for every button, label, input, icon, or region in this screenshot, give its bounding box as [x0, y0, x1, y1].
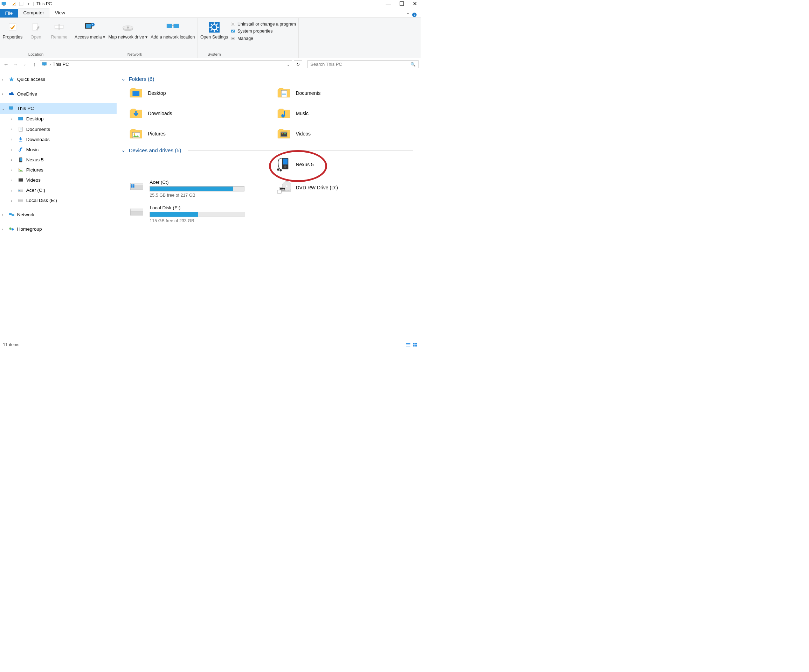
svg-point-80 — [277, 168, 279, 171]
breadcrumb[interactable]: This PC — [52, 62, 69, 67]
svg-rect-1 — [3, 5, 5, 6]
add-network-location-button[interactable]: Add a network location — [151, 19, 195, 51]
window-controls: — ☐ ✕ — [386, 1, 420, 7]
network-icon — [8, 211, 15, 218]
open-settings-button[interactable]: Open Settings — [200, 19, 228, 51]
tab-computer[interactable]: Computer — [18, 8, 49, 17]
drive-acer-c[interactable]: Acer (C:) 25.5 GB free of 217 GB — [129, 179, 265, 198]
tree-this-pc[interactable]: ⌄ This PC — [0, 103, 117, 114]
svg-rect-63 — [133, 91, 139, 97]
folder-desktop[interactable]: Desktop — [129, 85, 265, 101]
navigation-bar: ← → ⌄ ↑ › This PC ⌄ ↻ Search This PC 🔍 — [0, 58, 421, 70]
qat-dropdown-icon[interactable]: ▾ — [26, 1, 32, 7]
folder-icon — [129, 86, 143, 101]
folder-music[interactable]: Music — [276, 106, 413, 121]
minimize-button[interactable]: — — [386, 1, 391, 7]
ribbon-group-location: Properties Open Rename Location — [0, 18, 72, 58]
folder-icon — [276, 86, 291, 101]
view-toggles — [406, 343, 418, 347]
svg-text:?: ? — [414, 13, 416, 17]
collapse-ribbon-icon[interactable]: ˆ — [407, 13, 409, 17]
tree-pictures[interactable]: ›Pictures — [0, 165, 117, 175]
tree-quick-access[interactable]: › Quick access — [0, 74, 117, 85]
new-folder-qat-icon[interactable] — [18, 1, 24, 7]
address-dropdown-icon[interactable]: ⌄ — [287, 62, 290, 67]
manage-button[interactable]: Manage — [230, 36, 296, 41]
chevron-down-icon: ⌄ — [121, 75, 126, 82]
uninstall-icon — [230, 21, 236, 27]
svg-point-89 — [286, 185, 288, 187]
svg-rect-83 — [131, 184, 133, 186]
svg-rect-6 — [9, 24, 16, 31]
music-icon — [17, 146, 24, 153]
details-view-button[interactable] — [406, 343, 411, 347]
capacity-bar — [149, 212, 244, 217]
svg-rect-92 — [277, 190, 281, 193]
back-button[interactable]: ← — [2, 60, 10, 68]
map-network-drive-button[interactable]: Map network drive ▾ — [109, 19, 148, 51]
ribbon-group-system: Open Settings System Uninstall or change… — [198, 18, 299, 58]
up-button[interactable]: ↑ — [30, 60, 38, 68]
tab-file[interactable]: File — [0, 9, 18, 17]
tree-homegroup[interactable]: › Homegroup — [0, 224, 117, 235]
tree-downloads[interactable]: ›Downloads — [0, 134, 117, 144]
svg-point-30 — [232, 23, 234, 25]
capacity-bar — [149, 186, 244, 191]
svg-rect-32 — [231, 37, 235, 40]
monitor-icon — [1, 1, 7, 7]
monitor-icon — [42, 62, 48, 67]
maximize-button[interactable]: ☐ — [399, 1, 404, 7]
svg-rect-100 — [413, 345, 415, 347]
tree-music[interactable]: ›Music — [0, 144, 117, 155]
manage-icon — [230, 36, 236, 41]
svg-rect-64 — [281, 90, 287, 97]
devices-header[interactable]: ⌄ Devices and drives (5) — [121, 147, 413, 153]
tree-documents[interactable]: ›Documents — [0, 124, 117, 134]
folders-header[interactable]: ⌄ Folders (6) — [121, 75, 413, 82]
folder-pictures[interactable]: Pictures — [129, 126, 265, 142]
tree-nexus5[interactable]: ›Nexus 5 — [0, 155, 117, 165]
folder-downloads[interactable]: Downloads — [129, 106, 265, 121]
search-box[interactable]: Search This PC 🔍 — [307, 60, 418, 69]
cloud-icon — [8, 90, 15, 97]
recent-dropdown[interactable]: ⌄ — [21, 60, 29, 68]
help-icon[interactable]: ? — [412, 12, 417, 17]
content-pane: ⌄ Folders (6) Desktop Documents Download… — [117, 70, 421, 340]
folder-documents[interactable]: Documents — [276, 85, 413, 101]
folder-icon — [129, 106, 143, 121]
tree-onedrive[interactable]: › OneDrive — [0, 89, 117, 99]
properties-button[interactable]: Properties — [2, 19, 22, 51]
tree-acer-c[interactable]: ›Acer (C:) — [0, 185, 117, 195]
system-properties-button[interactable]: System properties — [230, 29, 296, 34]
svg-rect-17 — [173, 24, 179, 28]
svg-rect-35 — [43, 62, 47, 65]
svg-rect-51 — [18, 178, 23, 179]
properties-qat-icon[interactable] — [11, 1, 17, 7]
svg-rect-59 — [12, 214, 14, 216]
tab-view[interactable]: View — [49, 8, 70, 17]
tiles-view-button[interactable] — [413, 343, 418, 347]
tree-desktop[interactable]: ›Desktop — [0, 114, 117, 124]
forward-button: → — [12, 60, 19, 68]
drive-local-e[interactable]: Local Disk (E:) 115 GB free of 233 GB — [129, 205, 265, 223]
refresh-button[interactable]: ↻ — [294, 60, 302, 69]
address-bar[interactable]: › This PC ⌄ — [40, 60, 292, 69]
svg-point-70 — [133, 133, 135, 135]
svg-rect-101 — [415, 345, 417, 347]
tree-local-e[interactable]: ›Local Disk (E:) — [0, 195, 117, 205]
svg-rect-75 — [284, 133, 286, 134]
drive-dvd[interactable]: DVD DVD RW Drive (D:) — [276, 179, 413, 195]
tree-network[interactable]: › Network — [0, 209, 117, 220]
media-player-icon — [276, 157, 291, 172]
uninstall-program-button[interactable]: Uninstall or change a program — [230, 21, 296, 27]
svg-rect-52 — [18, 181, 23, 182]
svg-point-15 — [127, 27, 129, 29]
pictures-icon — [17, 167, 24, 173]
folder-videos[interactable]: Videos — [276, 126, 413, 142]
device-nexus5[interactable]: Nexus 5 — [276, 157, 413, 173]
svg-rect-36 — [44, 65, 45, 66]
ribbon-tabs: File Computer View ˆ ? — [0, 8, 421, 17]
tree-videos[interactable]: ›Videos — [0, 175, 117, 185]
close-button[interactable]: ✕ — [413, 1, 417, 7]
access-media-button[interactable]: Access media ▾ — [75, 19, 105, 51]
